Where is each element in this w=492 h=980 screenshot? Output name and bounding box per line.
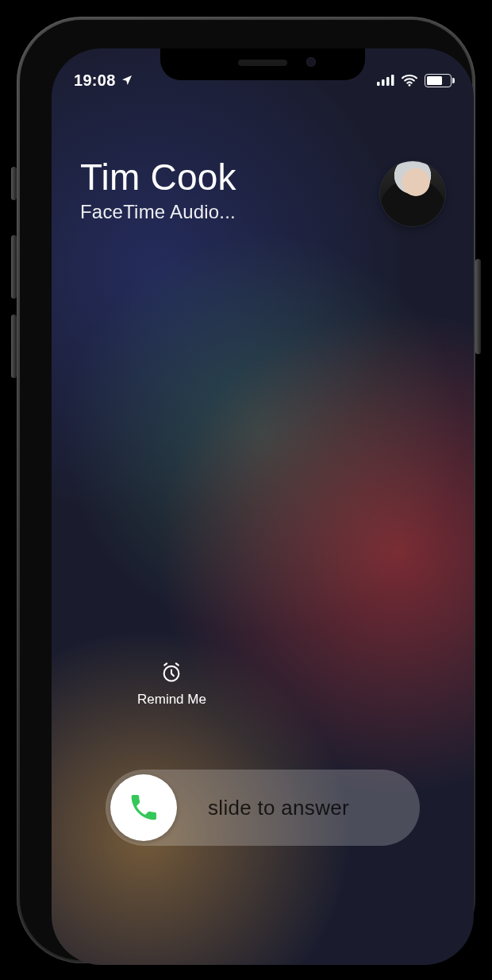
phone-icon [128, 792, 160, 824]
caller-header: Tim Cook FaceTime Audio... [80, 158, 445, 226]
caller-avatar [380, 161, 445, 226]
volume-up-button[interactable] [11, 235, 17, 299]
notch [160, 48, 365, 80]
remind-me-button[interactable]: Remind Me [137, 662, 206, 708]
svg-point-4 [409, 84, 411, 87]
caller-name: Tim Cook [80, 158, 367, 196]
caller-subtitle: FaceTime Audio... [80, 201, 367, 223]
wifi-icon [401, 74, 418, 87]
location-arrow-icon [121, 74, 133, 87]
silence-switch[interactable] [11, 167, 17, 200]
power-button[interactable] [475, 259, 481, 354]
answer-slider[interactable]: slide to answer [106, 770, 420, 846]
battery-icon [425, 74, 452, 87]
svg-rect-3 [391, 75, 394, 86]
answer-slider-knob[interactable] [110, 774, 177, 841]
status-time: 19:08 [74, 71, 116, 90]
answer-slider-track[interactable]: slide to answer [106, 770, 420, 846]
volume-down-button[interactable] [11, 314, 17, 378]
device-frame: 19:08 [17, 17, 475, 963]
cellular-signal-icon [377, 75, 394, 86]
home-indicator [195, 949, 330, 954]
svg-rect-2 [386, 77, 390, 86]
svg-rect-1 [382, 79, 385, 86]
screen: 19:08 [52, 48, 474, 965]
remind-me-label: Remind Me [137, 692, 206, 708]
alarm-clock-icon [160, 662, 183, 684]
svg-rect-0 [377, 82, 380, 86]
